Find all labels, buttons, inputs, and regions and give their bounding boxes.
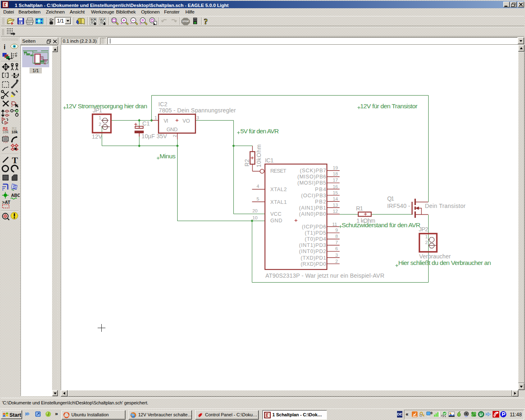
svg-text:ABC: ABC	[11, 193, 20, 198]
svg-text:15: 15	[333, 190, 338, 195]
svg-text:10: 10	[252, 215, 258, 220]
svg-text:JP2: JP2	[419, 226, 428, 233]
svg-text:VO: VO	[183, 118, 190, 124]
svg-text:1: 1	[425, 234, 428, 239]
svg-text:VCC: VCC	[270, 211, 281, 217]
svg-text:5V für den AVR: 5V für den AVR	[240, 128, 279, 135]
svg-text:Minus: Minus	[160, 153, 176, 160]
svg-text:i: i	[4, 43, 5, 50]
svg-text:16: 16	[333, 184, 338, 189]
svg-text:(ICP)PD6: (ICP)PD6	[302, 224, 326, 230]
svg-text:GND: GND	[270, 218, 282, 224]
svg-text:?: ?	[204, 17, 208, 26]
svg-text:11: 11	[332, 222, 337, 227]
svg-text:RESET: RESET	[270, 168, 286, 174]
svg-text:IRF540 -: IRF540 -	[387, 203, 410, 209]
svg-text:(MOSI)PB5: (MOSI)PB5	[297, 180, 326, 186]
svg-text:IC1: IC1	[265, 157, 274, 164]
svg-text:12: 12	[333, 209, 338, 214]
svg-text:7: 7	[336, 240, 338, 245]
svg-text:XTAL1: XTAL1	[270, 199, 287, 205]
svg-text:10kOhm: 10kOhm	[256, 144, 262, 167]
svg-text:R1: R1	[356, 205, 363, 212]
svg-text:17: 17	[333, 178, 338, 183]
svg-text:AT90S2313P - War jetzt nur ein: AT90S2313P - War jetzt nur ein Beispiel-…	[265, 272, 384, 279]
svg-text:Q1: Q1	[387, 195, 394, 202]
svg-text:Schutzwiderstand für den AVR: Schutzwiderstand für den AVR	[342, 221, 420, 228]
svg-text:2: 2	[425, 240, 428, 245]
svg-text:IC2: IC2	[158, 101, 167, 107]
svg-text:2: 2	[336, 259, 338, 264]
svg-text:12V Stromversorgung hier dran: 12V Stromversorgung hier dran	[66, 103, 147, 110]
svg-text:GND: GND	[167, 127, 178, 132]
svg-text:Verbraucher: Verbraucher	[419, 253, 451, 260]
svg-text:14: 14	[333, 196, 338, 201]
svg-text:19: 19	[333, 165, 338, 170]
svg-text:PB4: PB4	[315, 187, 326, 192]
svg-text:>AT: >AT	[2, 200, 11, 205]
svg-text:2: 2	[99, 122, 101, 127]
svg-text:9: 9	[336, 228, 338, 233]
svg-text:o: o	[16, 52, 17, 55]
svg-text:10k: 10k	[11, 130, 18, 134]
svg-text:3: 3	[196, 115, 199, 120]
svg-text:PB2: PB2	[315, 199, 326, 205]
svg-text:18: 18	[333, 171, 338, 176]
svg-text:(RXD)PD0: (RXD)PD0	[301, 261, 326, 267]
svg-text:1: 1	[155, 115, 157, 120]
svg-text:(INT1)PD3: (INT1)PD3	[299, 242, 326, 248]
svg-text:XTAL2: XTAL2	[270, 187, 287, 192]
svg-text:2: 2	[172, 135, 177, 137]
svg-text:(TXD)PD1: (TXD)PD1	[301, 255, 326, 261]
svg-text:12V für den Transistor: 12V für den Transistor	[360, 103, 418, 110]
svg-text:5: 5	[257, 196, 259, 201]
svg-text:T: T	[12, 155, 18, 165]
svg-text:(SCK)PB7: (SCK)PB7	[300, 168, 326, 173]
svg-text:ULP: ULP	[100, 18, 105, 21]
svg-text:C1: C1	[142, 120, 150, 127]
svg-text:(MISO)PB6: (MISO)PB6	[297, 174, 326, 180]
svg-text:(OCI)PB3: (OCI)PB3	[301, 193, 326, 199]
svg-text:(T0)PD4: (T0)PD4	[305, 236, 326, 242]
svg-text:12V: 12V	[92, 133, 103, 140]
svg-text:Hier schließt du den Verbrauch: Hier schließt du den Verbraucher an	[398, 259, 491, 266]
svg-text:10k: 10k	[2, 130, 9, 134]
svg-text:1: 1	[99, 115, 101, 120]
svg-text:8: 8	[336, 234, 338, 239]
svg-text:JP1: JP1	[93, 107, 102, 114]
svg-text:13: 13	[333, 203, 338, 208]
svg-text:VI: VI	[164, 118, 168, 124]
svg-text:(AIN1)PB1: (AIN1)PB1	[299, 205, 326, 211]
svg-text:SCR: SCR	[91, 18, 96, 21]
svg-text:(INT0)PD2: (INT0)PD2	[299, 249, 326, 254]
svg-text:7805 - Dein Spannungsregler: 7805 - Dein Spannungsregler	[159, 107, 236, 114]
svg-text:Dein Transistor: Dein Transistor	[425, 203, 466, 209]
svg-text:20: 20	[252, 208, 258, 213]
svg-text:(T1)PD5: (T1)PD5	[305, 230, 326, 236]
svg-text:STOP: STOP	[183, 20, 189, 23]
svg-text:3: 3	[336, 253, 338, 258]
svg-text:10µF 35V: 10µF 35V	[142, 133, 167, 139]
svg-text:4: 4	[257, 184, 260, 189]
svg-text:(AIN0)PB0: (AIN0)PB0	[299, 211, 326, 217]
svg-text:1 kOhm: 1 kOhm	[356, 217, 375, 224]
svg-text:6: 6	[336, 246, 338, 251]
svg-text:R2: R2	[244, 159, 250, 167]
